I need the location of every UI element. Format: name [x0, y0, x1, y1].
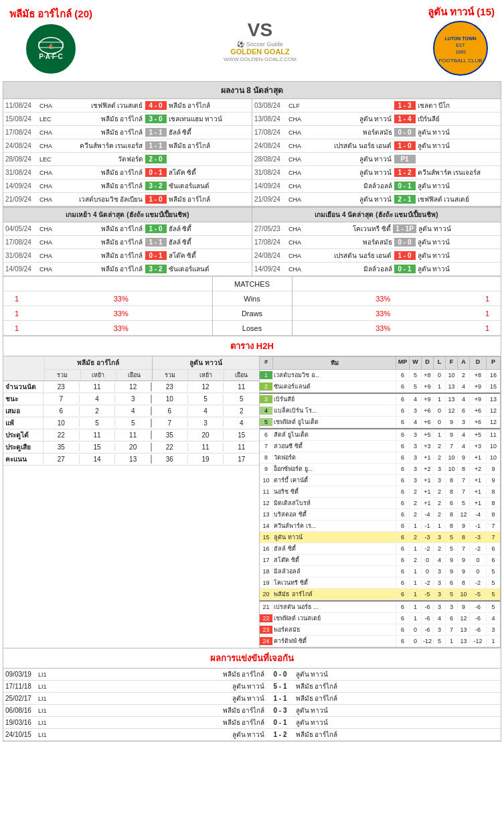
left-team-logo: P·A·F·C ⛵ — [24, 22, 78, 76]
match-date: 14/09/24 — [252, 182, 287, 190]
left-loses: 1 — [3, 324, 30, 332]
match-type: CHA — [287, 169, 309, 177]
league-w: 2 — [410, 533, 422, 541]
league-a: 10 — [458, 590, 470, 598]
league-l: 3 — [434, 579, 446, 587]
league-team: พอร์ตสมัธ — [273, 624, 396, 635]
right-recent-matches: 03/08/24 CLF 1 - 3 เชลตา บีโก 13/08/24 C… — [252, 99, 501, 206]
match-score: 0 - 1 — [394, 182, 416, 190]
h2h-rhm: 3 — [188, 419, 224, 427]
past-result-row: 25/02/17 LI1 ลูตัน ทาวน์ 1 - 1 พลีมัธ อา… — [3, 693, 501, 705]
match-away: ซันเดอร์แลนด์ — [167, 180, 252, 192]
league-f: 3 — [446, 603, 458, 611]
league-row: 19 โคเวนทรี ซิตี้ 6 1 -2 3 6 8 -2 5 — [260, 577, 500, 589]
h2h-rrw: 35 — [152, 431, 188, 439]
h2h-rhm: 11 — [188, 443, 224, 452]
league-diff: -2 — [470, 545, 487, 553]
h2h-right-name: ลูตัน ทาวน์ — [153, 356, 260, 370]
match-score: 1 - 1 — [145, 141, 167, 150]
match-home: เวสต์บรอมวิช อัลเบียน — [60, 194, 145, 205]
h2h-lhm: 11 — [80, 431, 116, 439]
past-away: พลีมัธ อาร์ไกล์ — [294, 681, 501, 692]
league-l: 1 — [434, 522, 446, 530]
league-mp: 6 — [396, 556, 410, 564]
match-row: 24/08/24 CHA เปรสตัน นอร์ธ เอนด์ 1 - 0 ล… — [252, 249, 501, 263]
page-container: พลีมัธ อาร์ไกล์ (20) P·A·F·C ⛵ VS ⚽ Socc… — [0, 0, 504, 742]
league-team: ดาร์บี้ เคาน์ตี้ — [273, 475, 396, 486]
h2h-lrw: 7 — [44, 395, 80, 403]
league-l: 3 — [434, 465, 446, 473]
league-diff: -6 — [470, 603, 487, 611]
league-l: 3 — [434, 603, 446, 611]
match-home: พลีมัธ อาร์ไกล์ — [60, 127, 145, 138]
match-date: 17/08/24 — [3, 238, 38, 247]
h2h-rhm: 19 — [188, 455, 224, 464]
stats-center: MATCHES Wins Draws Loses — [212, 277, 292, 336]
h2h-rhm: 4 — [188, 407, 224, 415]
past-results-title: ผลการแข่งขันที่เจอกัน — [3, 648, 501, 669]
right-team-block: ลูตัน ทาวน์ (15) LUTON TOWN EST 1885 FOO… — [428, 4, 495, 77]
past-home: พลีมัธ อาร์ไกล์ — [60, 717, 267, 728]
league-a: 4 — [458, 395, 470, 403]
match-date: 17/08/24 — [252, 128, 287, 137]
match-away: เชฟฟิลด์ เวนสเดย์ — [416, 194, 501, 205]
league-team: ลีดส์ ยูไนเต็ด — [273, 429, 396, 440]
league-diff: +1 — [470, 476, 487, 484]
league-w: 1 — [410, 567, 422, 575]
left-recent-matches: 11/08/24 CHA เชฟฟิลด์ เวนสเดย์ 4 - 0 พลี… — [3, 99, 252, 206]
h2h-row-label: ประตูเสีย — [3, 441, 44, 453]
h2h-lhm: 15 — [80, 443, 116, 452]
league-a: 7 — [458, 545, 470, 553]
past-score: 1 - 1 — [267, 695, 294, 702]
h2h-lhm: 4 — [80, 395, 116, 403]
league-p: 6 — [487, 556, 500, 564]
league-w: 1 — [410, 590, 422, 598]
league-w: 2 — [410, 510, 422, 519]
h2h-lrw: 22 — [44, 431, 80, 439]
league-d: +2 — [422, 465, 434, 473]
league-f: 12 — [446, 407, 458, 415]
past-date: 19/03/16 — [3, 718, 38, 727]
league-diff: +6 — [470, 418, 487, 426]
past-date: 25/02/17 — [3, 694, 38, 703]
league-diff: +9 — [470, 383, 487, 391]
past-home: ลูตัน ทาวน์ — [60, 729, 267, 740]
h2h-col-headers: พลีมัธ อาร์ไกล์ รวม เหย้า เยือน ลูตัน ทา… — [3, 356, 259, 381]
league-row: 1 เวสต์บรอมวิช อ... 6 5 +8 0 10 2 +8 16 — [260, 370, 500, 381]
league-f: 5 — [446, 590, 458, 598]
league-team: แบล็คเบิร์น โร... — [273, 405, 396, 416]
league-p: 5 — [487, 567, 500, 575]
match-row: 14/09/24 CHA มิลล์วอลล์ 0 - 1 ลูตัน ทาวน… — [252, 263, 501, 276]
header: พลีมัธ อาร์ไกล์ (20) P·A·F·C ⛵ VS ⚽ Socc… — [3, 0, 501, 81]
league-f: 9 — [446, 567, 458, 575]
league-row: 9 อ็อกซ์ฟอร์ด ยู... 6 3 +2 3 10 8 +2 9 — [260, 464, 500, 475]
match-date: 21/09/24 — [252, 195, 287, 204]
match-score: 0 - 0 — [394, 128, 416, 137]
league-mp: 6 — [396, 614, 410, 622]
past-away: พลีมัธ อาร์ไกล์ — [294, 693, 501, 704]
league-f: 9 — [446, 418, 458, 426]
match-away: ควีนส์พาร์ค เรนเจอร์ส — [416, 167, 501, 178]
league-mp: 6 — [396, 545, 410, 553]
league-w: 3 — [410, 465, 422, 473]
league-f: 8 — [446, 510, 458, 519]
match-home: วัตฟอร์ด — [60, 153, 145, 165]
match-date: 17/08/24 — [3, 128, 38, 137]
match-type: CHA — [287, 252, 309, 260]
stats-right: 33% 1 33% 1 33% 1 — [292, 277, 501, 336]
league-mp: 6 — [396, 567, 410, 575]
match-date: 04/05/24 — [3, 224, 38, 233]
league-w: 1 — [410, 545, 422, 553]
league-d: +1 — [422, 476, 434, 484]
match-away: พลีมัธ อาร์ไกล์ — [167, 194, 252, 205]
h2h-lhm: 2 — [80, 407, 116, 415]
wins-label: Wins — [213, 293, 292, 304]
h2h-data-row: แพ้ 10 5 5 7 3 4 — [3, 417, 259, 429]
match-date: 31/08/24 — [3, 251, 38, 260]
match-row: 11/08/24 CHA เชฟฟิลด์ เวนสเดย์ 4 - 0 พลี… — [3, 99, 252, 113]
match-type: CHA — [38, 142, 60, 150]
league-diff: +3 — [470, 442, 487, 450]
match-score: 0 - 1 — [394, 265, 416, 273]
league-d: +1 — [422, 488, 434, 496]
match-away: ลูตัน ทาวน์ — [416, 263, 501, 275]
